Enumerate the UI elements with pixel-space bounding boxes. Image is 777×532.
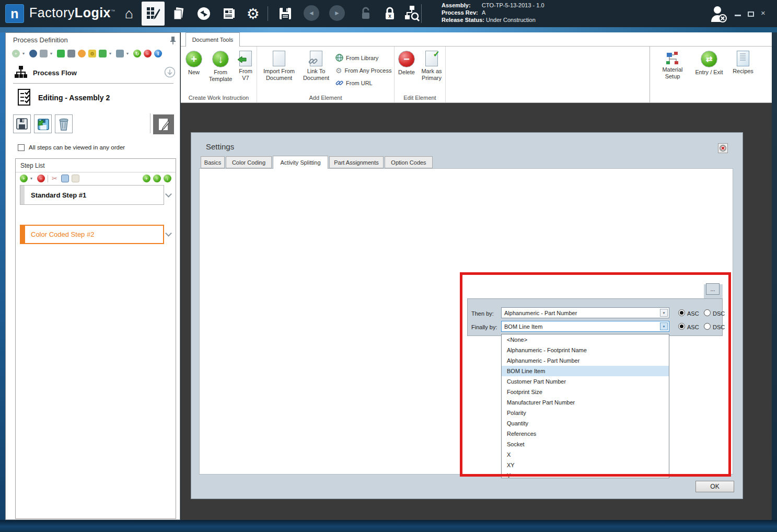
- dropdown-option[interactable]: Manufacturer Part Number: [502, 397, 669, 408]
- puzzle-icon[interactable]: [57, 50, 65, 57]
- ok-button[interactable]: OK: [695, 481, 734, 492]
- then-by-select[interactable]: Alphanumeric - Part Number ▾: [501, 307, 669, 318]
- dropdown-option[interactable]: Customer Part Number: [502, 376, 669, 387]
- save-button[interactable]: [276, 4, 295, 23]
- from-url-button[interactable]: From URL: [335, 79, 373, 87]
- remove-step-icon[interactable]: −: [37, 175, 45, 182]
- delete-step-button[interactable]: [55, 114, 73, 133]
- chevron-down-icon[interactable]: ▾: [126, 51, 131, 56]
- sort-more-button[interactable]: ...: [706, 283, 720, 295]
- step-item[interactable]: Color Coded Step #2: [20, 225, 164, 244]
- material-setup-button[interactable]: Material Setup: [657, 51, 688, 80]
- expand-circle-icon[interactable]: [164, 66, 176, 78]
- process-flow-label[interactable]: Process Flow: [33, 69, 77, 77]
- pin-icon[interactable]: [169, 36, 177, 44]
- documents-button[interactable]: [169, 4, 188, 23]
- dropdown-option-selected[interactable]: BOM Line Item: [502, 366, 669, 376]
- tab-basics[interactable]: Basics: [201, 156, 225, 168]
- save-as-button[interactable]: [34, 114, 52, 133]
- import-from-document-button[interactable]: Import From Document: [261, 51, 297, 82]
- tab-document-tools[interactable]: Document Tools: [185, 32, 240, 47]
- finally-by-asc-radio[interactable]: [678, 323, 685, 330]
- close-button[interactable]: ×: [761, 8, 766, 17]
- recipes-button[interactable]: Recipes: [729, 51, 757, 75]
- chevron-down-icon[interactable]: ▾: [109, 51, 113, 56]
- then-by-asc-radio[interactable]: [678, 309, 685, 316]
- sync-button[interactable]: [194, 4, 213, 23]
- edit-mode-toggle[interactable]: [153, 114, 174, 134]
- dropdown-option[interactable]: Alphanumeric - Part Number: [502, 355, 669, 366]
- from-any-process-button[interactable]: ⚙ From Any Process: [335, 66, 391, 75]
- trash-icon[interactable]: [116, 50, 124, 57]
- link-to-document-button[interactable]: Link To Document: [300, 51, 332, 82]
- dropdown-option[interactable]: Quantity: [502, 418, 669, 429]
- reports-button[interactable]: [219, 4, 238, 23]
- editing-assembly-label: Editing - Assembly 2: [38, 94, 110, 102]
- export-icon[interactable]: [99, 50, 107, 57]
- delete-element-button[interactable]: − Delete: [396, 51, 418, 76]
- step-expand-chevron[interactable]: [165, 191, 172, 198]
- tab-option-codes[interactable]: Option Codes: [385, 156, 433, 168]
- dialog-close-button[interactable]: [718, 143, 728, 153]
- process-flow-item[interactable]: [14, 65, 28, 81]
- tab-activity-splitting[interactable]: Activity Splitting: [273, 156, 328, 169]
- dropdown-option[interactable]: Footprint Size: [502, 387, 669, 397]
- settings-button[interactable]: ⚙: [243, 4, 262, 23]
- logout-user-button[interactable]: [709, 5, 729, 25]
- pause-icon[interactable]: ‖: [154, 50, 162, 57]
- maximize-button[interactable]: [748, 11, 754, 17]
- dropdown-option[interactable]: Y: [502, 470, 669, 478]
- home-button[interactable]: ⌂: [120, 4, 138, 23]
- refresh-icon[interactable]: ↻: [133, 50, 141, 57]
- process-search-button[interactable]: [402, 4, 421, 23]
- move-down-icon[interactable]: ↓: [164, 175, 171, 182]
- dropdown-option[interactable]: Socket: [502, 439, 669, 449]
- chevron-down-icon[interactable]: ▾: [22, 51, 27, 56]
- dialog-title: Settings: [206, 142, 234, 151]
- dropdown-option[interactable]: <None>: [502, 334, 669, 345]
- finally-by-select[interactable]: BOM Line Item ▾: [501, 321, 669, 332]
- insert-child-icon[interactable]: +: [143, 175, 150, 182]
- dropdown-option[interactable]: References: [502, 429, 669, 439]
- presentation-icon[interactable]: [67, 50, 75, 57]
- mark-as-primary-button[interactable]: ✓ Mark as Primary: [419, 51, 445, 82]
- finally-by-asc-label: ASC: [687, 324, 699, 330]
- then-by-dsc-label: DSC: [713, 310, 725, 317]
- tab-part-assignments[interactable]: Part Assignments: [329, 156, 384, 168]
- finally-by-dsc-radio[interactable]: [704, 323, 711, 330]
- chevron-down-icon[interactable]: ▾: [30, 176, 34, 181]
- chevron-down-icon[interactable]: ▾: [50, 51, 54, 56]
- save-step-button[interactable]: [13, 114, 31, 133]
- find-icon[interactable]: [29, 50, 37, 57]
- copy-icon[interactable]: [61, 175, 69, 182]
- paste-icon[interactable]: [72, 175, 79, 182]
- dropdown-option[interactable]: Alphanumeric - Footprint Name: [502, 345, 669, 355]
- entry-exit-button[interactable]: ⇄ Entry / Exit: [692, 51, 726, 76]
- back-button[interactable]: ◄: [304, 5, 319, 21]
- add-step-icon[interactable]: +: [20, 175, 28, 182]
- cut-icon[interactable]: ✂: [51, 175, 59, 182]
- step-expand-chevron[interactable]: [165, 230, 172, 237]
- lock-release-button[interactable]: x: [380, 4, 399, 23]
- process-editor-button[interactable]: [142, 2, 165, 26]
- minimize-button[interactable]: [735, 15, 741, 16]
- then-by-dsc-radio[interactable]: [704, 309, 711, 316]
- forward-button[interactable]: ►: [329, 5, 345, 21]
- from-template-button[interactable]: ↓ From Template: [206, 51, 235, 83]
- move-up-icon[interactable]: ↑: [153, 175, 161, 182]
- tab-color-coding[interactable]: Color Coding: [226, 156, 272, 168]
- new-button[interactable]: + New: [184, 51, 204, 76]
- bell-icon[interactable]: [78, 50, 86, 57]
- any-order-checkbox[interactable]: [18, 144, 25, 151]
- dropdown-option[interactable]: X: [502, 449, 669, 460]
- stop-icon[interactable]: −: [144, 50, 152, 57]
- dropdown-option[interactable]: XY: [502, 460, 669, 470]
- gear-icon[interactable]: ⚙: [88, 50, 96, 57]
- add-icon[interactable]: +: [12, 50, 20, 57]
- from-v7-button[interactable]: From V7: [235, 51, 256, 82]
- print-icon[interactable]: [40, 50, 48, 57]
- unlock-button[interactable]: [356, 4, 375, 23]
- step-item[interactable]: Standard Step #1: [20, 185, 164, 205]
- dropdown-option[interactable]: Polarity: [502, 408, 669, 418]
- from-library-button[interactable]: From Library: [335, 54, 378, 62]
